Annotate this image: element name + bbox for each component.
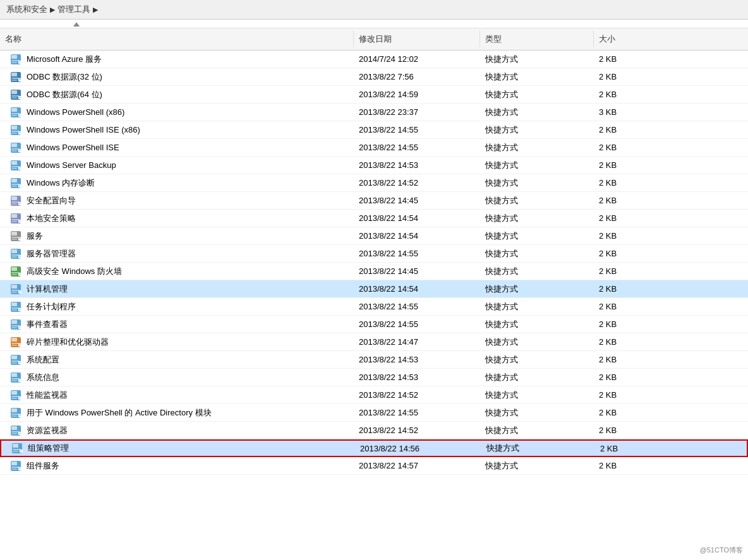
table-row[interactable]: Windows Server Backup 2013/8/22 14:53 快捷… (0, 157, 748, 174)
file-size-cell: 2 KB (594, 283, 657, 295)
svg-rect-15 (11, 97, 17, 98)
file-name-cell: Microsoft Azure 服务 (0, 52, 354, 67)
svg-rect-57 (11, 221, 17, 222)
file-date-cell: 2014/7/24 12:02 (354, 53, 480, 65)
file-size-cell: 2 KB (594, 141, 657, 153)
file-type-cell: 快捷方式 (480, 247, 594, 261)
breadcrumb-item-1[interactable]: 系统和安全 (6, 4, 47, 15)
file-size: 2 KB (599, 408, 617, 417)
header-date[interactable]: 修改日期 (354, 31, 480, 47)
svg-rect-123 (11, 415, 17, 417)
table-row[interactable]: Windows PowerShell ISE (x86) 2013/8/22 1… (0, 121, 748, 139)
table-row[interactable]: 用于 Windows PowerShell 的 Active Directory… (0, 404, 748, 422)
table-row[interactable]: 服务器管理器 2013/8/22 14:55 快捷方式 2 KB (0, 245, 748, 263)
file-date-cell: 2013/8/22 14:55 (354, 407, 480, 419)
table-row[interactable]: 系统配置 2013/8/22 14:53 快捷方式 2 KB (0, 351, 748, 369)
file-size-cell: 2 KB (594, 424, 657, 436)
file-date: 2013/8/22 23:37 (359, 107, 418, 117)
file-icon (10, 124, 23, 136)
file-date: 2013/8/22 14:59 (359, 90, 418, 99)
file-name-cell: Windows PowerShell ISE (0, 140, 354, 155)
file-date: 2013/8/22 14:54 (359, 231, 418, 241)
file-name: 服务器管理器 (27, 248, 76, 259)
svg-rect-31 (11, 143, 17, 147)
file-date-cell: 2013/8/22 14:52 (354, 177, 480, 189)
file-type: 快捷方式 (485, 71, 518, 83)
table-row[interactable]: 任务计划程序 2013/8/22 14:55 快捷方式 2 KB (0, 298, 748, 316)
file-date: 2013/8/22 14:53 (359, 372, 418, 382)
file-icon (10, 247, 23, 260)
breadcrumb-item-2[interactable]: 管理工具 (57, 4, 90, 15)
file-type: 快捷方式 (485, 283, 518, 295)
file-size: 2 KB (599, 426, 617, 435)
file-name: ODBC 数据源(32 位) (27, 71, 102, 83)
table-row[interactable]: 安全配置向导 2013/8/22 14:45 快捷方式 2 KB (0, 192, 748, 210)
file-type-cell: 快捷方式 (480, 371, 594, 384)
file-size-cell: 2 KB (594, 301, 657, 313)
svg-rect-25 (11, 126, 17, 129)
header-type[interactable]: 类型 (480, 31, 594, 47)
table-row[interactable]: 组件服务 2013/8/22 14:57 快捷方式 2 KB (0, 457, 748, 475)
file-icon (10, 88, 23, 101)
file-name: 性能监视器 (27, 390, 68, 401)
table-row[interactable]: 组策略管理 2013/8/22 14:56 快捷方式 2 KB (0, 439, 748, 457)
file-icon (10, 212, 23, 225)
file-size-cell: 2 KB (594, 247, 657, 259)
header-name[interactable]: 名称 (0, 31, 354, 47)
file-size-cell: 2 KB (594, 336, 657, 348)
table-row[interactable]: 本地安全策略 2013/8/22 14:54 快捷方式 2 KB (0, 210, 748, 227)
svg-rect-69 (11, 256, 17, 258)
file-date-cell: 2013/8/22 23:37 (354, 106, 480, 118)
file-icon (10, 301, 23, 313)
file-icon (10, 283, 23, 295)
file-date-cell: 2013/8/22 14:47 (354, 336, 480, 348)
file-type: 快捷方式 (485, 248, 518, 259)
table-row[interactable]: 服务 2013/8/22 14:54 快捷方式 2 KB (0, 227, 748, 245)
file-icon (10, 71, 23, 83)
table-row[interactable]: Windows 内存诊断 2013/8/22 14:52 快捷方式 2 KB (0, 174, 748, 192)
svg-rect-55 (11, 214, 17, 218)
svg-rect-61 (11, 232, 17, 235)
file-size: 2 KB (599, 337, 617, 347)
table-row[interactable]: 计算机管理 2013/8/22 14:54 快捷方式 2 KB (0, 280, 748, 298)
file-size: 2 KB (599, 160, 617, 170)
table-row[interactable]: ODBC 数据源(64 位) 2013/8/22 14:59 快捷方式 2 KB (0, 86, 748, 104)
svg-rect-85 (11, 302, 17, 306)
file-type: 快捷方式 (485, 54, 518, 65)
file-name: 资源监视器 (27, 425, 68, 436)
file-name-cell: 服务 (0, 229, 354, 244)
file-size: 2 KB (599, 213, 617, 223)
file-name-cell: 事件查看器 (0, 317, 354, 332)
table-row[interactable]: 资源监视器 2013/8/22 14:52 快捷方式 2 KB (0, 422, 748, 439)
svg-rect-51 (11, 203, 17, 205)
file-type: 快捷方式 (485, 372, 518, 383)
file-date-cell: 2013/8/22 14:57 (354, 460, 480, 472)
file-name-cell: Windows Server Backup (0, 158, 354, 173)
table-row[interactable]: 性能监视器 2013/8/22 14:52 快捷方式 2 KB (0, 386, 748, 404)
svg-rect-45 (11, 186, 17, 187)
svg-rect-139 (11, 462, 17, 465)
svg-rect-115 (11, 391, 17, 395)
table-row[interactable]: 事件查看器 2013/8/22 14:55 快捷方式 2 KB (0, 316, 748, 333)
svg-rect-105 (11, 362, 17, 364)
file-type: 快捷方式 (485, 124, 518, 136)
file-icon (10, 407, 23, 419)
file-name: 安全配置向导 (27, 195, 76, 206)
file-date: 2013/8/22 14:47 (359, 337, 418, 347)
svg-rect-21 (11, 115, 17, 116)
table-row[interactable]: Windows PowerShell (x86) 2013/8/22 23:37… (0, 104, 748, 121)
table-row[interactable]: Windows PowerShell ISE 2013/8/22 14:55 快… (0, 139, 748, 157)
table-row[interactable]: Microsoft Azure 服务 2014/7/24 12:02 快捷方式 … (0, 51, 748, 68)
file-type: 快捷方式 (485, 460, 518, 472)
header-size[interactable]: 大小 (594, 31, 657, 47)
file-name: 本地安全策略 (27, 213, 76, 224)
table-row[interactable]: 高级安全 Windows 防火墙 2013/8/22 14:45 快捷方式 2 … (0, 263, 748, 280)
table-row[interactable]: 系统信息 2013/8/22 14:53 快捷方式 2 KB (0, 369, 748, 386)
file-type: 快捷方式 (485, 107, 518, 118)
file-type-cell: 快捷方式 (481, 441, 595, 455)
svg-rect-81 (11, 292, 17, 293)
table-row[interactable]: 碎片整理和优化驱动器 2013/8/22 14:47 快捷方式 2 KB (0, 333, 748, 351)
file-icon (10, 460, 23, 472)
table-row[interactable]: ODBC 数据源(32 位) 2013/8/22 7:56 快捷方式 2 KB (0, 68, 748, 86)
file-size: 2 KB (599, 266, 617, 276)
